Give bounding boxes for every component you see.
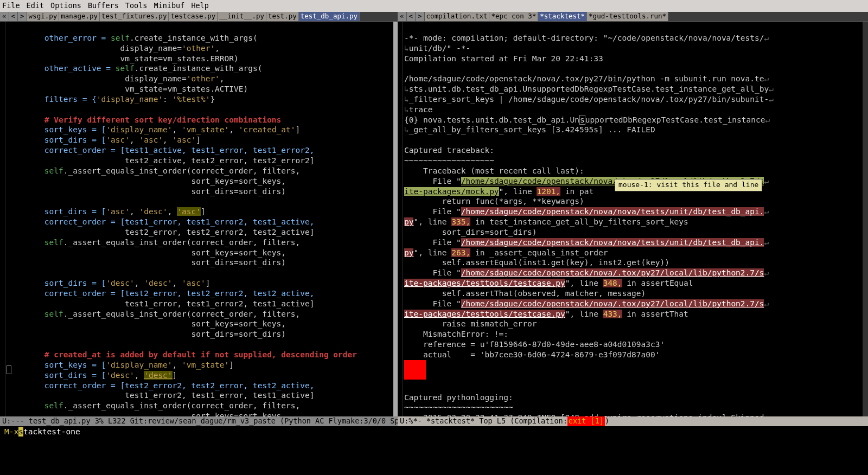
menu-buffers[interactable]: Buffers xyxy=(88,1,119,11)
right-tabbar: « < > compilation.txt *epc con 3* *stack… xyxy=(398,12,868,22)
tab-nav-prev-icon[interactable]: < xyxy=(9,12,18,21)
tab-test-db-api[interactable]: test_db_api.py xyxy=(299,12,360,21)
modeline-left[interactable]: U:--- test_db_api.py 3% L322 Git:review/… xyxy=(0,416,398,426)
tab-nav-next-icon[interactable]: > xyxy=(18,12,27,21)
window-divider[interactable] xyxy=(393,22,398,416)
compilation-start-time: Compilation started at Fri Mar 20 22:41:… xyxy=(404,54,603,63)
menu-options[interactable]: Options xyxy=(50,1,81,11)
left-fringe xyxy=(0,22,5,416)
log-line: 2015-03-20 22:41:37,949 INFO [248_add_ex… xyxy=(404,413,764,416)
tab-stacktest[interactable]: *stacktest* xyxy=(538,12,587,21)
minibuffer-input: tacktest-one xyxy=(23,427,80,437)
menu-file[interactable]: File xyxy=(2,1,20,11)
highlighted-desc: 'desc' xyxy=(144,371,172,380)
menu-help[interactable]: Help xyxy=(191,1,209,11)
tab-manage[interactable]: manage.py xyxy=(59,12,100,21)
modeline-right[interactable]: U:%*- *stacktest* Top L5 (Compilation:ex… xyxy=(398,416,868,426)
right-compilation-pane[interactable]: -*- mode: compilation; default-directory… xyxy=(403,22,863,416)
tab-nav-first-icon[interactable]: « xyxy=(0,12,9,21)
compilation-exit-status: exit [1] xyxy=(567,416,605,426)
main-area: other_error = self.create_instance_with_… xyxy=(0,22,868,416)
menu-edit[interactable]: Edit xyxy=(27,1,44,11)
menu-minibuf[interactable]: Minibuf xyxy=(154,1,184,11)
actual-value: actual = 'bb7cee30-6d06-4724-8679-e3f097… xyxy=(404,350,660,359)
reference-value: reference = u'f8159646-87d0-49de-aee8-a0… xyxy=(404,340,665,349)
traceback-file-link[interactable]: /home/sdague/code/openstack/nova/.tox/py… xyxy=(461,299,764,308)
captured-logging-header: Captured pythonlogging: xyxy=(404,393,513,402)
tab-nav-prev-icon-r[interactable]: < xyxy=(407,12,416,21)
point-cursor: s xyxy=(579,115,585,125)
minibuffer-cursor: s xyxy=(18,427,23,437)
comment-line: # Verify different sort key/direction co… xyxy=(7,115,281,124)
traceback-file-link[interactable]: /home/sdague/code/openstack/nova/nova/te… xyxy=(461,207,764,216)
mismatch-error: MismatchError: !=: xyxy=(404,330,508,338)
cursor-indicator xyxy=(7,365,11,374)
highlighted-asc: 'asc' xyxy=(177,207,201,216)
tab-compilation-txt[interactable]: compilation.txt xyxy=(425,12,490,21)
minibuffer-prompt: M-x xyxy=(4,427,18,437)
tab-epc-con[interactable]: *epc con 3* xyxy=(489,12,538,21)
tab-init[interactable]: __init__.py xyxy=(218,12,266,21)
tab-gud-testtools[interactable]: *gud-testtools.run* xyxy=(587,12,668,21)
tab-nav-next-icon-r[interactable]: > xyxy=(416,12,425,21)
tab-test[interactable]: test.py xyxy=(266,12,299,21)
tab-nav-first-icon-r[interactable]: « xyxy=(398,12,407,21)
right-scrollbar[interactable] xyxy=(863,22,868,416)
tab-testcase[interactable]: testcase.py xyxy=(169,12,218,21)
left-editor-pane[interactable]: other_error = self.create_instance_with_… xyxy=(5,22,393,416)
menu-tools[interactable]: Tools xyxy=(125,1,148,11)
code-line: other_error = xyxy=(7,34,111,42)
right-fringe xyxy=(398,22,403,416)
tab-test-fixtures[interactable]: test_fixtures.py xyxy=(100,12,169,21)
error-marker xyxy=(404,360,426,380)
minibuffer[interactable]: M-x stacktest-one xyxy=(0,426,868,437)
compilation-header: -*- mode: compilation; default-directory… xyxy=(404,34,764,42)
tab-wsgi[interactable]: wsgi.py xyxy=(27,12,60,21)
traceback-file-link[interactable]: /home/sdague/code/openstack/nova/nova/te… xyxy=(461,238,764,247)
test-failed-line: _get_all_by_filters_sort_keys [3.424595s… xyxy=(409,125,655,134)
modeline-row: U:--- test_db_api.py 3% L322 Git:review/… xyxy=(0,416,868,426)
traceback-file-link[interactable]: /home/sdague/code/openstack/nova/.tox/py… xyxy=(461,268,764,277)
captured-traceback-header: Captured traceback: xyxy=(404,146,494,155)
mouse-tooltip: mouse-1: visit this file and line xyxy=(615,179,762,191)
comment-line: # created_at is added by default if not … xyxy=(7,350,357,359)
menubar: File Edit Options Buffers Tools Minibuf … xyxy=(0,0,868,12)
left-tabbar: « < > wsgi.py manage.py test_fixtures.py… xyxy=(0,12,398,22)
